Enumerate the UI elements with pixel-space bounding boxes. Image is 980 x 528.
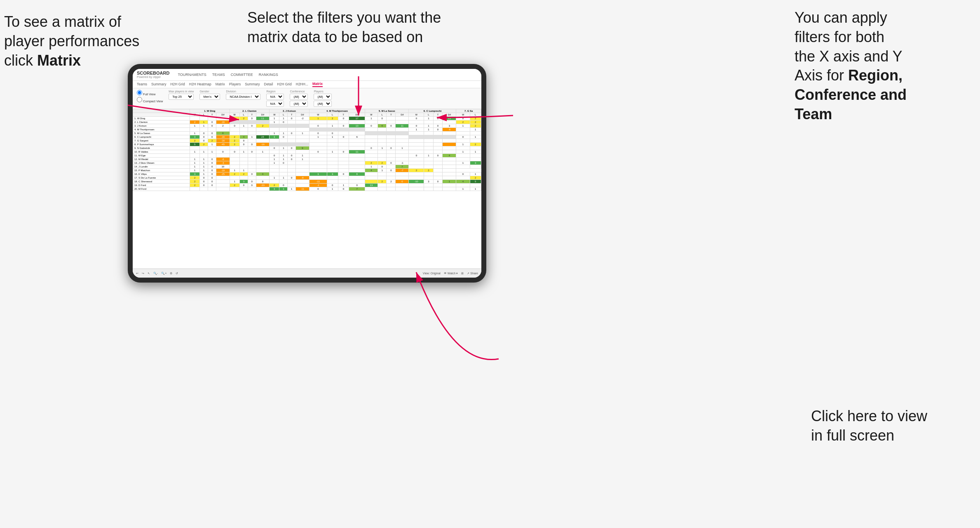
cell: 1	[456, 142, 470, 146]
zoom-in-icon[interactable]: 🔍+	[161, 272, 166, 275]
cell: 1	[456, 124, 470, 127]
cell	[424, 131, 434, 135]
nav-tournaments[interactable]: TOURNAMENTS	[178, 73, 206, 77]
division-select[interactable]: NCAA Division I	[226, 94, 260, 100]
full-view-option[interactable]: Full View	[137, 90, 163, 96]
table-row: 14. J Lundin11010107	[133, 165, 481, 168]
cell	[456, 176, 470, 179]
zoom-out-icon[interactable]: 🔍-	[153, 272, 158, 275]
table-row: 7. G Sargent202-1620	[133, 139, 481, 142]
redo-icon[interactable]: ↪	[142, 272, 144, 275]
cell	[338, 161, 349, 165]
cell	[396, 150, 409, 153]
cell	[443, 187, 456, 191]
cell	[216, 179, 230, 183]
nav-rankings[interactable]: RANKINGS	[259, 73, 278, 77]
cell: 1	[270, 120, 279, 124]
undo-icon[interactable]: ↩	[136, 272, 138, 275]
players-select-2[interactable]: (All)	[314, 101, 332, 107]
cell: 0	[270, 153, 279, 157]
cell: 4	[256, 172, 270, 176]
tab-teams[interactable]: Teams	[137, 82, 147, 86]
region-select-2[interactable]: N/A	[266, 101, 284, 107]
cell	[443, 176, 456, 179]
gender-select[interactable]: Men's	[199, 94, 220, 100]
cell: 1	[296, 153, 309, 157]
cell	[190, 146, 200, 150]
cell: 0	[309, 187, 327, 191]
refresh-icon[interactable]: ↺	[176, 272, 178, 275]
cell: -16	[216, 135, 230, 139]
cell	[296, 183, 309, 187]
cell	[309, 146, 327, 150]
table-row: 9. N Gabrelcik01090101	[133, 146, 481, 150]
tab-detail[interactable]: Detail	[264, 82, 273, 86]
cell: 1	[309, 116, 327, 120]
cell	[296, 127, 309, 131]
cell: 2	[230, 135, 239, 139]
row-label: 8. P Summerhays	[133, 142, 190, 146]
cell: 1	[200, 161, 208, 165]
cell: 1	[190, 150, 200, 153]
cell	[208, 146, 216, 150]
cell	[239, 161, 248, 165]
cell: 1	[190, 161, 200, 165]
cell: 0	[216, 150, 230, 153]
cell	[296, 124, 309, 127]
cell	[208, 153, 216, 157]
cell	[396, 176, 409, 179]
cell: 0	[279, 161, 288, 165]
tab-matrix-left[interactable]: Matrix	[216, 82, 225, 86]
cell	[230, 153, 239, 157]
players-select-1[interactable]: (All)	[314, 94, 332, 100]
table-row: 13. J Skov Olesen110-310220-113	[133, 161, 481, 165]
max-players-select[interactable]: Top 25	[169, 94, 194, 100]
cell	[433, 150, 443, 153]
tab-matrix-active[interactable]: Matrix	[312, 82, 323, 87]
cell: -1	[396, 161, 409, 165]
screen-button[interactable]: ⊞	[461, 272, 464, 275]
cell	[396, 183, 409, 187]
tab-h2h-grid[interactable]: H2H Grid	[170, 82, 185, 86]
share-button[interactable]: ↗ Share	[467, 272, 478, 275]
tab-h2h-h[interactable]: H2HH...	[296, 82, 308, 86]
tab-players[interactable]: Players	[229, 82, 241, 86]
cell: 1	[377, 168, 387, 172]
cell	[424, 120, 434, 124]
cell	[349, 139, 365, 142]
cell: 0	[409, 153, 424, 157]
watch-button[interactable]: 👁 Watch ▾	[444, 272, 458, 275]
cell	[433, 157, 443, 161]
cell: 1	[208, 142, 216, 146]
cell	[296, 142, 309, 146]
cell	[365, 142, 377, 146]
row-label: 13. J Skov Olesen	[133, 161, 190, 165]
cell	[365, 120, 377, 124]
region-select-1[interactable]: N/A	[266, 94, 284, 100]
nav-teams[interactable]: TEAMS	[212, 73, 225, 77]
conference-select-2[interactable]: (All)	[290, 101, 308, 107]
annotation-topmid: Select the filters you want the matrix d…	[247, 8, 462, 47]
cell	[443, 157, 456, 161]
cell	[296, 168, 309, 172]
cell	[239, 131, 248, 135]
pointer-icon[interactable]: ↖	[148, 272, 150, 275]
tab-h2h-heatmap[interactable]: H2H Heatmap	[189, 82, 211, 86]
table-row: 15. P Maichon110-1911410-722	[133, 168, 481, 172]
compact-view-option[interactable]: Compact View	[137, 97, 163, 103]
table-row: 4. M Thorbjornsen110-61	[133, 127, 481, 131]
filter-conference: Conference (All) (All)	[290, 90, 308, 107]
cell: -16	[256, 142, 270, 146]
conference-select-1[interactable]: (All)	[290, 94, 308, 100]
tab-summary2[interactable]: Summary	[245, 82, 260, 86]
cell: 5	[190, 142, 200, 146]
cell: 7	[349, 187, 365, 191]
cell	[349, 153, 365, 157]
nav-committee[interactable]: COMMITTEE	[231, 73, 253, 77]
cell: 0	[230, 124, 239, 127]
cell	[396, 157, 409, 161]
settings-icon[interactable]: ⚙	[170, 272, 172, 275]
tab-h2h-grid2[interactable]: H2H Grid	[277, 82, 291, 86]
cell	[396, 131, 409, 135]
tab-summary[interactable]: Summary	[151, 82, 166, 86]
